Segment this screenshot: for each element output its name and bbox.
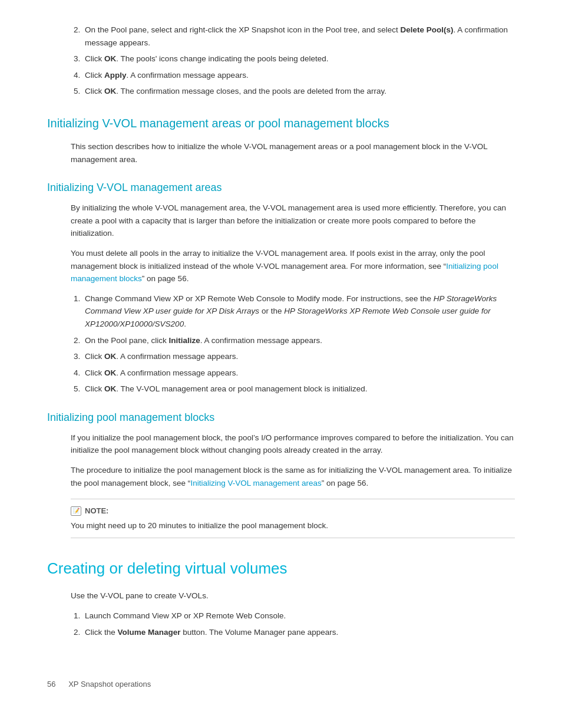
list-item: Click OK. The confirmation message close… [82,85,515,98]
step-3: Click OK. A confirmation message appears… [82,350,515,363]
list-item-text: Click Apply. A confirmation message appe… [85,71,249,80]
page-footer: 56 XP Snapshot operations [47,674,515,690]
step-5: Click OK. The V-VOL management area or p… [82,383,515,396]
creating-steps-list: Launch Command View XP or XP Remote Web … [82,610,515,638]
section-intro-text: This section describes how to initialize… [71,140,515,166]
note-text: You might need up to 20 minutes to initi… [71,519,515,532]
section-heading-creating: Creating or deleting virtual volumes [47,557,515,580]
step-4-text: Click OK. A confirmation message appears… [85,368,238,377]
list-item-text: Click OK. The confirmation message close… [85,87,386,95]
step-1-text: Change Command View XP or XP Remote Web … [85,294,497,328]
link-init-vvol-areas[interactable]: Initializing V-VOL management areas [190,479,321,487]
step-4: Click OK. A confirmation message appears… [82,367,515,380]
para-vvol-efficiency: By initializing the whole V-VOL manageme… [71,202,515,240]
list-item-text: On the Pool pane, select and right-click… [85,25,508,47]
subsection-pool-blocks: Initializing pool management blocks If y… [47,410,515,538]
top-numbered-list: On the Pool pane, select and right-click… [71,24,515,98]
section-creating-intro: Use the V-VOL pane to create V-VOLs. [71,589,515,602]
section-vvol-init: Initializing V-VOL management areas or p… [47,114,515,538]
list-item-text: Click OK. The pools' icons change indica… [85,54,329,63]
step-1: Change Command View XP or XP Remote Web … [82,292,515,331]
creating-step-2-text: Click the Volume Manager button. The Vol… [85,628,338,637]
para-vvol-delete-pools: You must delete all pools in the array t… [71,247,515,285]
list-item: On the Pool pane, select and right-click… [82,24,515,49]
footer-spacer [58,680,66,689]
vvol-steps-list: Change Command View XP or XP Remote Web … [82,292,515,396]
note-box: 📝 NOTE: You might need up to 20 minutes … [71,499,515,538]
section-creating-content: Use the V-VOL pane to create V-VOLs. Lau… [71,589,515,638]
note-label-text: NOTE: [85,505,108,517]
step-2: On the Pool pane, click Initialize. A co… [82,334,515,347]
subsection-vvol-areas-content: By initializing the whole V-VOL manageme… [71,202,515,396]
para-pool-performance: If you initialize the pool management bl… [71,431,515,457]
creating-step-2: Click the Volume Manager button. The Vol… [82,626,515,639]
para-pool-suffix: ” on page 56. [322,479,369,487]
step-3-text: Click OK. A confirmation message appears… [85,352,238,361]
section-heading-vvol: Initializing V-VOL management areas or p… [47,114,515,132]
creating-step-1-text: Launch Command View XP or XP Remote Web … [85,611,286,620]
subsection-heading-vvol-areas: Initializing V-VOL management areas [47,180,515,196]
subsection-vvol-areas: Initializing V-VOL management areas By i… [47,180,515,396]
step-2-text: On the Pool pane, click Initialize. A co… [85,336,322,345]
note-label-container: 📝 NOTE: [71,505,515,517]
subsection-pool-blocks-content: If you initialize the pool management bl… [71,431,515,538]
section-intro: This section describes how to initialize… [71,140,515,166]
page-number: 56 [47,680,55,689]
para-pool-procedure: The procedure to initialize the pool man… [71,464,515,489]
para-prefix: You must delete all pools in the array t… [71,249,485,271]
note-icon: 📝 [71,506,81,516]
para-suffix: ” on page 56. [142,274,189,283]
step-5-text: Click OK. The V-VOL management area or p… [85,384,367,393]
footer-section: XP Snapshot operations [68,680,151,689]
list-item: Click Apply. A confirmation message appe… [82,69,515,82]
page: On the Pool pane, select and right-click… [0,0,562,728]
creating-step-1: Launch Command View XP or XP Remote Web … [82,610,515,622]
subsection-heading-pool-blocks: Initializing pool management blocks [47,410,515,426]
section-creating-volumes: Creating or deleting virtual volumes Use… [47,557,515,638]
list-item: Click OK. The pools' icons change indica… [82,52,515,65]
top-list: On the Pool pane, select and right-click… [82,24,515,98]
